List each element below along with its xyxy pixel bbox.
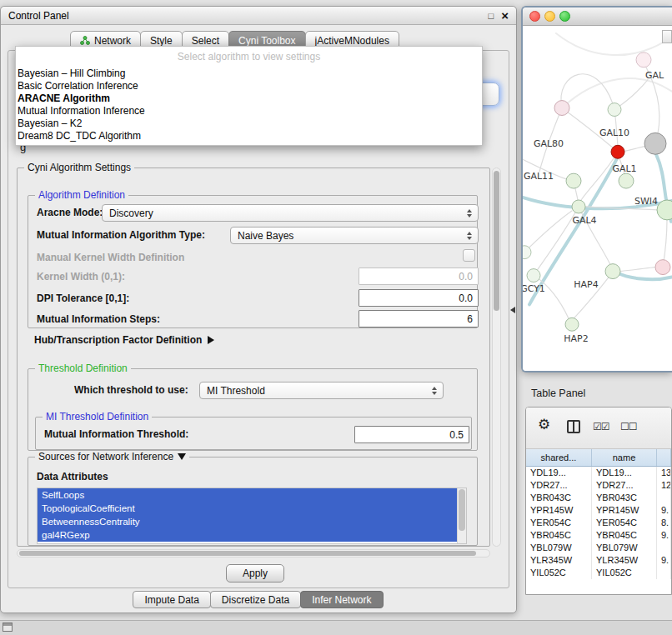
table-row[interactable]: YLR345WYLR345W9. [526, 554, 671, 567]
deselect-all-checkboxes-icon[interactable]: ☐☐ [620, 421, 637, 432]
network-node[interactable] [636, 52, 651, 68]
settings-vertical-scrollbar[interactable] [492, 168, 501, 547]
table-cell: YLR345W [526, 554, 592, 567]
tab-discretize-data[interactable]: Discretize Data [210, 591, 301, 608]
algorithm-definition-title: Algorithm Definition [35, 189, 128, 201]
table-cell: YBR043C [592, 492, 657, 504]
network-node[interactable] [611, 145, 624, 158]
hub-transcription-factor-expander[interactable]: Hub/Transcription Factor Definition [34, 334, 214, 346]
table-column-header[interactable]: name [592, 449, 657, 466]
mi-steps-input[interactable]: 6 [359, 310, 479, 328]
data-attributes-label: Data Attributes [37, 471, 108, 482]
table-cell: 9. [657, 504, 671, 517]
mi-threshold-input[interactable]: 0.5 [354, 426, 469, 443]
network-node-label: GAL4 [572, 215, 596, 226]
traffic-close-button[interactable] [529, 11, 540, 22]
table-cell: YBR043C [526, 492, 592, 504]
scrollbar-thumb[interactable] [459, 489, 465, 531]
table-column-header[interactable] [657, 449, 671, 466]
algorithm-option[interactable]: Bayesian – Hill Climbing [16, 68, 482, 80]
attributes-list-scrollbar[interactable] [457, 488, 466, 543]
network-node-label: GAL10 [599, 128, 629, 138]
network-node-label: HAP2 [564, 333, 588, 344]
scrollbar-thumb[interactable] [494, 171, 499, 311]
apply-button[interactable]: Apply [226, 564, 284, 582]
algorithm-option[interactable]: Basic Correlation Inference [16, 80, 482, 92]
table-cell: 13 [657, 467, 671, 479]
status-strip [0, 620, 672, 635]
dpi-tolerance-input[interactable]: 0.0 [359, 289, 479, 307]
minimized-panel-icon[interactable] [3, 622, 13, 632]
scrollbar-thumb[interactable] [19, 551, 476, 556]
traffic-minimize-button[interactable] [544, 11, 555, 22]
tab-impute-data[interactable]: Impute Data [133, 591, 210, 608]
table-row[interactable]: YIL052CYIL052C [526, 567, 671, 579]
gear-icon[interactable]: ⚙ [538, 418, 550, 432]
network-node[interactable] [655, 260, 670, 275]
collapse-panel-arrow-icon[interactable] [510, 307, 515, 313]
aracne-mode-select[interactable]: Discovery [102, 204, 479, 222]
table-cell: YLR345W [592, 554, 657, 567]
table-row[interactable]: YBR045CYBR045C9. [526, 529, 671, 542]
network-node[interactable] [572, 200, 585, 213]
settings-horizontal-scrollbar[interactable] [17, 549, 490, 558]
close-window-button[interactable]: × [501, 9, 509, 22]
network-node[interactable] [619, 173, 634, 188]
mi-threshold-definition-group: MI Threshold Definition Mutual Informati… [35, 417, 472, 450]
table-row[interactable]: YDR27...YDR27...12 [526, 479, 671, 492]
mi-algorithm-type-select[interactable]: Naive Bayes [230, 227, 479, 244]
network-node[interactable] [527, 269, 540, 282]
network-node-label: GAL [645, 70, 664, 81]
float-window-button[interactable]: □ [489, 11, 494, 21]
algorithm-option[interactable]: ARACNE Algorithm [16, 92, 482, 105]
tab-label: jActiveMNodules [315, 35, 389, 47]
threshold-definition-group: Threshold Definition Which threshold to … [28, 368, 478, 451]
network-node[interactable] [565, 318, 579, 331]
network-window-titlebar[interactable] [523, 8, 672, 26]
network-node[interactable] [644, 132, 666, 154]
table-cell: YDL19... [592, 467, 657, 479]
network-node[interactable] [566, 173, 581, 188]
manual-kernel-width-label: Manual Kernel Width Definition [37, 252, 184, 263]
tab-infer-network[interactable]: Infer Network [300, 591, 383, 608]
table-row[interactable]: YBR043CYBR043C [526, 492, 671, 504]
which-threshold-select[interactable]: MI Threshold [199, 382, 444, 399]
tab-label: Select [192, 35, 219, 47]
data-attributes-list[interactable]: SelfLoopsTopologicalCoefficientBetweenne… [37, 488, 467, 544]
network-node[interactable] [554, 101, 569, 116]
combo-arrows-icon [464, 228, 474, 243]
network-scrollbar-stub[interactable] [662, 30, 672, 43]
column-selector-icon[interactable] [567, 420, 580, 433]
traffic-zoom-button[interactable] [559, 11, 570, 22]
network-edge [556, 33, 664, 55]
attribute-item[interactable]: TopologicalCoefficient [38, 502, 457, 515]
table-cell: YDL19... [526, 467, 592, 479]
table-column-header[interactable]: shared... [526, 449, 592, 466]
table-row[interactable]: YDL19...YDL19...13 [526, 467, 671, 479]
table-row[interactable]: YBL079WYBL079W [526, 542, 671, 554]
algorithm-option[interactable]: Mutual Information Inference [16, 105, 482, 118]
algorithm-option[interactable]: Dream8 DC_TDC Algorithm [16, 130, 482, 142]
network-node[interactable] [605, 264, 620, 279]
table-row[interactable]: YER054CYER054C8. [526, 517, 671, 529]
window-buttons: □ × [489, 9, 509, 22]
control-panel-titlebar[interactable]: Control Panel □ × [1, 7, 516, 25]
network-edge [534, 276, 569, 319]
select-all-checkboxes-icon[interactable]: ☑☑ [593, 421, 609, 432]
attribute-item[interactable]: gal4RGexp [38, 528, 457, 542]
table-row[interactable]: YPR145WYPR145W9. [526, 504, 671, 517]
network-canvas[interactable]: GALGAL80GAL10GAL11GAL1SWI4GAL4GCY1HAP4HA… [523, 27, 672, 371]
attribute-item[interactable]: BetweennessCentrality [38, 515, 457, 528]
algorithm-option[interactable]: Bayesian – K2 [16, 118, 482, 130]
attribute-item[interactable]: SelfLoops [38, 488, 457, 502]
network-tab-icon [80, 36, 90, 45]
sources-expander[interactable]: Sources for Network Inference [35, 451, 189, 462]
table-cell: YBL079W [592, 542, 657, 554]
table-cell [657, 567, 671, 579]
network-svg: GALGAL80GAL10GAL11GAL1SWI4GAL4GCY1HAP4HA… [523, 27, 672, 371]
kernel-width-input[interactable]: 0.0 [359, 268, 479, 285]
network-node[interactable] [608, 103, 621, 117]
manual-kernel-width-checkbox[interactable] [463, 249, 475, 262]
table-cell: YIL052C [592, 567, 657, 579]
table-cell [657, 492, 671, 504]
